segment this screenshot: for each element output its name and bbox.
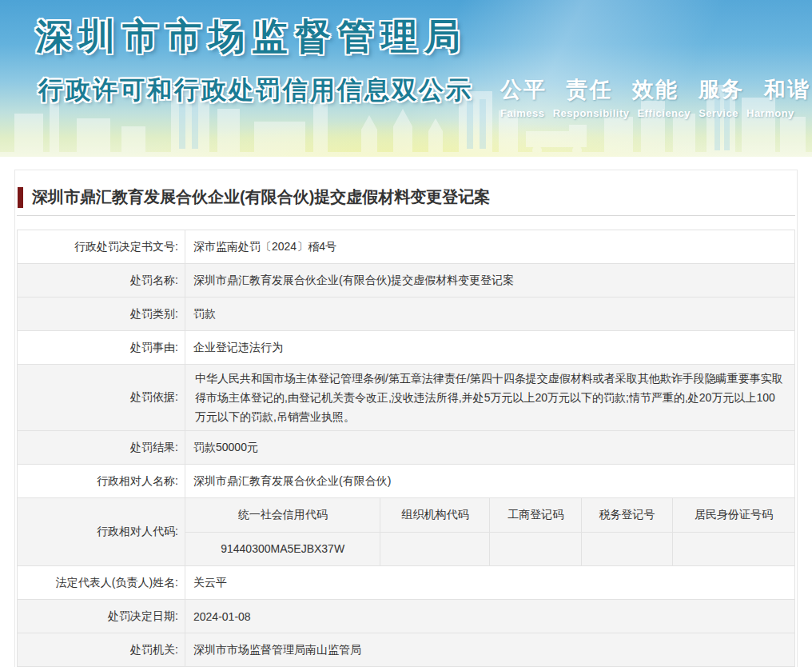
field-label: 处罚依据: — [18, 365, 185, 431]
row-penalty-category: 处罚类别: 罚款 — [18, 298, 795, 331]
code-value — [490, 532, 581, 565]
field-label: 处罚机关: — [18, 633, 185, 667]
field-value: 深圳市鼎汇教育发展合伙企业(有限合伙) — [185, 465, 795, 498]
party-codes-cell: 统一社会信用代码 组织机构代码 工商登记码 税务登记号 居民身份证号码 9144… — [185, 498, 795, 566]
code-value — [673, 532, 794, 565]
field-value: 企业登记违法行为 — [185, 331, 795, 365]
code-column-header: 工商登记码 — [490, 498, 581, 532]
code-value — [581, 532, 672, 565]
content-box: 深圳市鼎汇教育发展合伙企业(有限合伙)提交虚假材料变更登记案 行政处罚决定书文号… — [14, 170, 798, 667]
field-value: 罚款 — [185, 298, 795, 331]
case-title: 深圳市鼎汇教育发展合伙企业(有限合伙)提交虚假材料变更登记案 — [32, 186, 490, 208]
field-label: 处罚类别: — [18, 298, 185, 331]
penalty-info-table: 行政处罚决定书文号: 深市监南处罚〔2024〕稽4号 处罚名称: 深圳市鼎汇教育… — [17, 230, 795, 667]
banner-slogan: 行政许可和行政处罚信用信息双公示 — [38, 74, 473, 107]
title-accent-bar — [18, 187, 23, 208]
row-penalty-result: 处罚结果: 罚款50000元 — [18, 431, 795, 465]
row-penalty-reason: 处罚事由: 企业登记违法行为 — [18, 331, 795, 365]
row-party-codes: 行政相对人代码: 统一社会信用代码 组织机构代码 工商登记码 税务登记号 居民身… — [18, 498, 795, 566]
field-value: 罚款50000元 — [185, 431, 795, 465]
field-value: 关云平 — [185, 566, 795, 600]
field-label: 行政相对人名称: — [18, 465, 185, 498]
field-label: 处罚决定日期: — [18, 600, 185, 633]
title-divider — [17, 215, 795, 216]
row-penalty-name: 处罚名称: 深圳市鼎汇教育发展合伙企业(有限合伙)提交虚假材料变更登记案 — [18, 264, 795, 298]
field-label: 行政处罚决定书文号: — [18, 230, 185, 264]
codes-value-row: 91440300MA5EJBX37W — [185, 532, 794, 565]
field-value: 中华人民共和国市场主体登记管理条例/第五章法律责任/第四十四条提交虚假材料或者采… — [185, 365, 795, 431]
code-value: 91440300MA5EJBX37W — [185, 532, 380, 565]
values-en: Faimess Responsibility Efficiency Servic… — [500, 107, 810, 119]
row-decision-date: 处罚决定日期: 2024-01-08 — [18, 600, 795, 633]
field-value: 2024-01-08 — [185, 600, 795, 633]
values-cn: 公平 责任 效能 服务 和谐 — [500, 75, 810, 104]
field-label: 处罚结果: — [18, 431, 185, 465]
field-label: 法定代表人(负责人)姓名: — [18, 566, 185, 600]
code-column-header: 统一社会信用代码 — [185, 498, 380, 532]
field-label: 行政相对人代码: — [18, 498, 185, 566]
code-column-header: 居民身份证号码 — [673, 498, 794, 532]
row-decision-number: 行政处罚决定书文号: 深市监南处罚〔2024〕稽4号 — [18, 230, 795, 264]
code-column-header: 组织机构代码 — [380, 498, 490, 532]
row-legal-representative: 法定代表人(负责人)姓名: 关云平 — [18, 566, 795, 600]
party-codes-table: 统一社会信用代码 组织机构代码 工商登记码 税务登记号 居民身份证号码 9144… — [185, 498, 794, 565]
values-block: 公平 责任 效能 服务 和谐 Faimess Responsibility Ef… — [500, 75, 810, 119]
code-column-header: 税务登记号 — [581, 498, 672, 532]
row-penalty-basis: 处罚依据: 中华人民共和国市场主体登记管理条例/第五章法律责任/第四十四条提交虚… — [18, 365, 795, 431]
site-banner: 深圳市市场监督管理局 行政许可和行政处罚信用信息双公示 公平 责任 效能 服务 … — [0, 0, 812, 157]
field-value: 深圳市市场监督管理局南山监管局 — [185, 633, 795, 667]
case-title-row: 深圳市鼎汇教育发展合伙企业(有限合伙)提交虚假材料变更登记案 — [17, 170, 795, 208]
field-label: 处罚名称: — [18, 264, 185, 298]
field-value: 深市监南处罚〔2024〕稽4号 — [185, 230, 795, 264]
field-value: 深圳市鼎汇教育发展合伙企业(有限合伙)提交虚假材料变更登记案 — [185, 264, 795, 298]
org-title: 深圳市市场监督管理局 — [36, 13, 468, 61]
row-penalty-authority: 处罚机关: 深圳市市场监督管理局南山监管局 — [18, 633, 795, 667]
code-value — [380, 532, 490, 565]
codes-header-row: 统一社会信用代码 组织机构代码 工商登记码 税务登记号 居民身份证号码 — [185, 498, 794, 532]
row-party-name: 行政相对人名称: 深圳市鼎汇教育发展合伙企业(有限合伙) — [18, 465, 795, 498]
field-label: 处罚事由: — [18, 331, 185, 365]
